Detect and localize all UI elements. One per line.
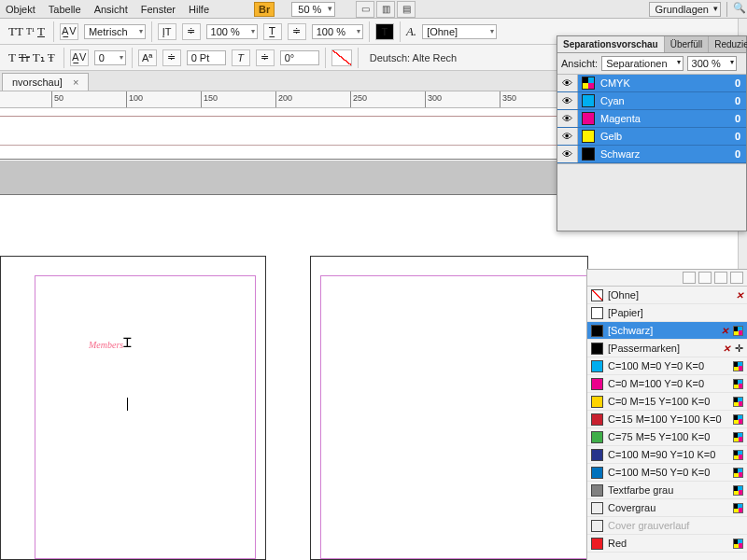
workspace-dropdown[interactable]: Grundlagen <box>649 2 722 17</box>
swatch-row[interactable]: Red <box>587 535 747 553</box>
swatch-tool-icon[interactable] <box>730 272 743 284</box>
sep-zoom-dropdown[interactable]: 300 % <box>687 56 737 71</box>
grey-band <box>0 161 588 194</box>
menu-tabelle[interactable]: Tabelle <box>49 4 81 15</box>
swatch-chip <box>591 502 603 514</box>
tab-flatten[interactable]: Reduzie <box>709 36 747 52</box>
subscript-icon[interactable]: T <box>8 50 16 65</box>
text-members[interactable]: Members <box>89 340 123 350</box>
swatch-chip <box>591 289 603 301</box>
separations-panel[interactable]: Separationsvorschau Überfüll Reduzie Ans… <box>557 35 747 231</box>
arrange-icon[interactable]: ▥ <box>376 1 395 18</box>
swatch-label: Red <box>608 538 728 549</box>
vscale-stepper[interactable]: ≑ <box>182 23 201 40</box>
cmyk-icon <box>733 432 743 442</box>
screen-mode-icon[interactable]: ▭ <box>356 1 374 18</box>
close-tab-icon[interactable]: × <box>73 77 78 88</box>
zoom-dropdown[interactable]: 50 % <box>291 2 335 17</box>
separation-row[interactable]: 👁Cyan0 <box>557 92 746 110</box>
document-canvas[interactable]: Members Ꮖ <box>0 108 588 560</box>
tracking-icon[interactable]: A̲V <box>70 49 89 66</box>
view-icon[interactable]: ▤ <box>397 1 416 18</box>
swatch-label: C=75 M=5 Y=100 K=0 <box>608 431 728 442</box>
separation-row[interactable]: 👁Gelb0 <box>557 128 746 146</box>
separation-row[interactable]: 👁Schwarz0 <box>557 146 746 163</box>
vscale-field[interactable]: 100 % <box>206 24 258 39</box>
separation-row[interactable]: 👁CMYK0 <box>557 75 746 92</box>
separation-value: 0 <box>729 131 746 142</box>
fill-icon[interactable]: T <box>375 23 394 40</box>
superscript-icon[interactable]: TT <box>8 24 23 39</box>
swatch-row[interactable]: C=0 M=100 Y=0 K=0 <box>587 375 747 393</box>
hscale-stepper[interactable]: ≑ <box>288 23 306 40</box>
skew-stepper[interactable]: ≑ <box>256 49 275 66</box>
separation-value: 0 <box>729 113 746 124</box>
swatch-row[interactable]: [Passermarken]✕✛ <box>587 340 747 357</box>
baseline-stepper[interactable]: ≑ <box>162 49 181 66</box>
kerning-dropdown[interactable]: Metrisch <box>84 24 146 39</box>
swatch-tool-icon[interactable] <box>698 272 712 284</box>
charstyle-icon: A. <box>406 24 416 39</box>
page-left[interactable] <box>0 256 266 560</box>
swatch-row[interactable]: Cover grauverlauf <box>587 517 747 535</box>
kerning-icon[interactable]: A̲V <box>60 23 78 40</box>
tab-trap[interactable]: Überfüll <box>665 36 709 52</box>
swatch-row[interactable]: [Papier] <box>587 304 747 322</box>
page-right[interactable] <box>310 256 588 560</box>
document-tab[interactable]: nvorschau] × <box>2 73 89 91</box>
swatch-row[interactable]: C=15 M=100 Y=100 K=0 <box>587 411 747 428</box>
skew-icon[interactable]: T <box>232 49 250 66</box>
tab-separations[interactable]: Separationsvorschau <box>557 36 665 52</box>
charstyle-dropdown[interactable]: [Ohne] <box>422 24 497 39</box>
underline-icon[interactable]: T <box>37 24 45 39</box>
hscale-field[interactable]: 100 % <box>312 24 363 39</box>
skew-field[interactable]: 0° <box>280 50 319 65</box>
separations-options: Ansicht: Separationen 300 % <box>557 53 746 75</box>
swatch-row[interactable]: Covergrau <box>587 499 747 517</box>
swatches-panel[interactable]: [Ohne]✕[Papier][Schwarz]✕[Passermarken]✕… <box>586 269 747 560</box>
visibility-eye-icon[interactable]: 👁 <box>557 128 578 145</box>
separation-name: Gelb <box>599 131 729 142</box>
menu-hilfe[interactable]: Hilfe <box>189 4 209 15</box>
view-mode-dropdown[interactable]: Separationen <box>601 56 683 71</box>
swatch-row[interactable]: C=0 M=15 Y=100 K=0 <box>587 393 747 411</box>
baseline-field[interactable]: 0 Pt <box>187 50 226 65</box>
no-fill-icon[interactable] <box>331 49 352 66</box>
swatch-tool-icon[interactable] <box>714 272 727 284</box>
menu-ansicht[interactable]: Ansicht <box>94 4 128 15</box>
visibility-eye-icon[interactable]: 👁 <box>557 110 578 127</box>
swatch-tool-icon[interactable] <box>683 272 696 284</box>
guide-line <box>0 159 588 160</box>
swatch-label: C=100 M=0 Y=0 K=0 <box>608 360 728 371</box>
strikethrough-icon[interactable]: Tr <box>19 50 30 65</box>
text-caret <box>127 398 128 411</box>
view-mode-buttons: ▭ ▥ ▤ <box>356 1 416 18</box>
tcase-icon[interactable]: T₁ <box>33 50 45 65</box>
swatch-row[interactable]: C=100 M=0 Y=0 K=0 <box>587 357 747 375</box>
cmyk-icon <box>733 326 743 336</box>
search-icon[interactable]: 🔍 <box>726 2 741 17</box>
separation-name: Schwarz <box>599 148 729 160</box>
hscale-icon[interactable]: T̲ <box>263 23 282 40</box>
visibility-eye-icon[interactable]: 👁 <box>557 146 578 162</box>
outline-icon[interactable]: Ŧ <box>48 50 55 65</box>
cmyk-icon <box>733 379 743 389</box>
bridge-badge[interactable]: Br <box>254 2 275 17</box>
swatch-row[interactable]: [Ohne]✕ <box>587 287 747 304</box>
swatch-row[interactable]: [Schwarz]✕ <box>587 322 747 340</box>
no-edit-icon: ✕ <box>723 343 730 354</box>
tracking-field[interactable]: 0 <box>94 50 126 65</box>
vscale-icon[interactable]: ĮT <box>158 23 176 40</box>
baseline-icon[interactable]: Aª <box>138 49 157 66</box>
menu-objekt[interactable]: Objekt <box>6 4 35 15</box>
swatch-chip <box>591 378 603 390</box>
separation-row[interactable]: 👁Magenta0 <box>557 110 746 128</box>
swatch-row[interactable]: C=100 M=50 Y=0 K=0 <box>587 464 747 482</box>
swatch-row[interactable]: C=75 M=5 Y=100 K=0 <box>587 428 747 446</box>
visibility-eye-icon[interactable]: 👁 <box>557 75 578 91</box>
visibility-eye-icon[interactable]: 👁 <box>557 92 578 109</box>
swatch-row[interactable]: C=100 M=90 Y=10 K=0 <box>587 446 747 464</box>
menu-fenster[interactable]: Fenster <box>141 4 176 15</box>
smallcaps-icon[interactable]: T¹ <box>26 26 35 36</box>
swatch-row[interactable]: Textfarbe grau <box>587 482 747 499</box>
